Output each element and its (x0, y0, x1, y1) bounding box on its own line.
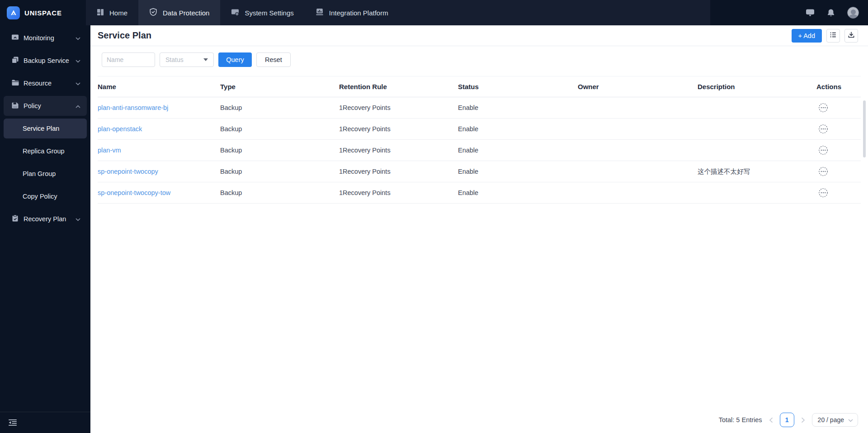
cell-status: Enable (458, 189, 578, 196)
user-avatar[interactable] (847, 7, 859, 19)
tab-label: Data Protection (163, 9, 209, 17)
cell-type: Backup (220, 168, 339, 175)
avatar-head (851, 10, 856, 14)
column-header-retention: Retention Rule (339, 83, 458, 90)
reset-button[interactable]: Reset (256, 52, 291, 67)
bar-chart-board-icon (316, 8, 324, 17)
row-more-actions-icon[interactable] (818, 188, 861, 198)
previous-page-icon[interactable] (769, 417, 773, 423)
plan-name-link[interactable]: plan-openstack (98, 125, 220, 133)
row-more-actions-icon[interactable] (818, 103, 861, 113)
top-nav: Home Data Protection System Settings Int… (86, 0, 710, 25)
cell-retention: 1Recovery Points (339, 125, 458, 133)
chevron-down-icon (75, 34, 80, 42)
sidebar-item-plan-group[interactable]: Plan Group (0, 164, 90, 186)
sidebar-subitem-label: Replica Group (23, 148, 80, 155)
folder-icon (11, 79, 19, 87)
row-more-actions-icon[interactable] (818, 124, 861, 134)
sidebar-item-copy-policy[interactable]: Copy Policy (0, 186, 90, 208)
chevron-down-icon (75, 57, 80, 64)
home-icon (97, 9, 104, 17)
cell-retention: 1Recovery Points (339, 168, 458, 175)
tab-data-protection[interactable]: Data Protection (138, 0, 220, 25)
sidebar-item-label: Resource (24, 80, 71, 87)
sidebar-item-backup-service[interactable]: Backup Service (0, 51, 90, 72)
cell-retention: 1Recovery Points (339, 104, 458, 111)
filter-row: Status Query Reset (90, 46, 868, 67)
plan-name-link[interactable]: sp-onepoint-twocopy (98, 168, 220, 175)
collapse-sidebar-icon[interactable] (8, 419, 17, 426)
tab-home[interactable]: Home (86, 0, 138, 25)
name-filter-input[interactable] (102, 52, 155, 67)
add-button[interactable]: + Add (792, 29, 822, 43)
topbar: UNISPACE Home Data Protection System Set… (0, 0, 868, 25)
content-header: Service Plan + Add (90, 25, 868, 46)
sidebar-item-replica-group[interactable]: Replica Group (0, 141, 90, 163)
download-icon (848, 31, 855, 40)
tab-system-settings[interactable]: System Settings (220, 0, 304, 25)
sidebar: Monitoring Backup Service Resource (0, 25, 90, 433)
sidebar-item-policy[interactable]: Policy (0, 96, 90, 118)
vertical-scrollbar-thumb[interactable] (863, 100, 866, 157)
page-number-button[interactable]: 1 (780, 413, 794, 427)
main-content: Service Plan + Add Status Query Reset (90, 25, 868, 433)
row-more-actions-icon[interactable] (818, 167, 861, 176)
sidebar-item-label: Monitoring (24, 34, 71, 42)
topbar-right (710, 0, 868, 25)
column-header-name: Name (98, 83, 220, 90)
sidebar-item-label: Backup Service (24, 57, 71, 64)
plan-name-link[interactable]: plan-anti-ransomware-bj (98, 104, 220, 111)
column-settings-button[interactable] (826, 29, 840, 43)
cell-status: Enable (458, 168, 578, 175)
plan-name-link[interactable]: sp-onepoint-twocopy-tow (98, 189, 220, 196)
unispace-logo-icon (7, 6, 20, 19)
list-icon (830, 31, 837, 40)
table-row: plan-openstack Backup 1Recovery Points E… (98, 119, 861, 140)
next-page-icon[interactable] (801, 417, 805, 423)
cell-type: Backup (220, 189, 339, 196)
sidebar-subitem-label: Plan Group (23, 170, 80, 177)
sidebar-menu: Monitoring Backup Service Resource (0, 25, 90, 231)
tab-label: Integration Platform (329, 9, 388, 17)
cell-status: Enable (458, 104, 578, 111)
chevron-down-icon (75, 80, 80, 87)
row-more-actions-icon[interactable] (818, 145, 861, 155)
sidebar-subitem-label: Copy Policy (23, 193, 80, 200)
table-header-row: Name Type Retention Rule Status Owner De… (98, 76, 861, 97)
bell-icon[interactable] (827, 9, 835, 17)
copy-layers-icon (11, 56, 19, 65)
sidebar-item-service-plan[interactable]: Service Plan (0, 119, 90, 140)
query-button[interactable]: Query (218, 52, 252, 67)
avatar-body (849, 14, 858, 19)
cell-type: Backup (220, 104, 339, 111)
page-size-select[interactable]: 20 / page (812, 413, 858, 427)
pagination: Total: 5 Entries 1 20 / page (719, 413, 858, 427)
column-header-type: Type (220, 83, 339, 90)
brand: UNISPACE (0, 0, 86, 25)
sidebar-item-resource[interactable]: Resource (0, 73, 90, 95)
table-row: sp-onepoint-twocopy-tow Backup 1Recovery… (98, 182, 861, 204)
chevron-down-icon (75, 215, 80, 223)
column-header-actions: Actions (816, 83, 861, 90)
cell-status: Enable (458, 125, 578, 133)
table-row: plan-vm Backup 1Recovery Points Enable (98, 140, 861, 161)
sidebar-footer (0, 412, 90, 433)
tab-integration-platform[interactable]: Integration Platform (305, 0, 399, 25)
column-header-owner: Owner (578, 83, 698, 90)
tab-label: System Settings (245, 9, 293, 17)
sidebar-item-monitoring[interactable]: Monitoring (0, 28, 90, 50)
message-icon[interactable] (806, 9, 815, 17)
cell-status: Enable (458, 147, 578, 154)
sidebar-item-recovery-plan[interactable]: Recovery Plan (0, 209, 90, 231)
status-filter-select[interactable]: Status (160, 52, 214, 67)
column-header-description: Description (698, 83, 816, 90)
pagination-total: Total: 5 Entries (719, 416, 762, 423)
save-inbox-icon (11, 102, 19, 110)
service-plan-table: Name Type Retention Rule Status Owner De… (98, 76, 861, 204)
export-button[interactable] (844, 29, 858, 43)
column-header-status: Status (458, 83, 578, 90)
tab-label: Home (109, 9, 127, 17)
plan-name-link[interactable]: plan-vm (98, 147, 220, 154)
clipboard-check-icon (11, 214, 19, 224)
cell-description: 这个描述不太好写 (698, 167, 816, 176)
